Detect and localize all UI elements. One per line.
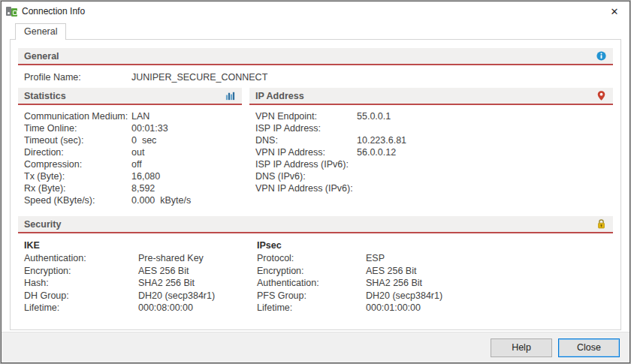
info-row: ISP IP Address (IPv6):	[255, 158, 613, 170]
security-section: Security IKE	[18, 216, 613, 314]
location-pin-icon	[596, 90, 607, 101]
info-row: VPN IP Address (IPv6):	[255, 182, 613, 194]
row-value: off	[131, 158, 142, 170]
tab-general[interactable]: General	[15, 23, 66, 40]
statistics-section-title: Statistics	[24, 91, 66, 101]
row-label: ISP IP Address (IPv6):	[255, 158, 357, 170]
info-row: Hash: SHA2 256 Bit	[24, 277, 257, 290]
row-label: Compression:	[24, 158, 131, 170]
general-rows: Profile Name: JUNIPER_SECURE_CONNECT	[18, 65, 613, 88]
row-label: Time Online:	[24, 122, 131, 134]
info-row: Timeout (sec): 0 sec	[24, 134, 242, 146]
row-label: Encryption:	[24, 265, 138, 278]
info-row: Direction: out	[24, 146, 242, 158]
connection-info-dialog: Connection Info ✕ General General	[1, 1, 630, 363]
info-row: Encryption: AES 256 Bit	[24, 265, 257, 278]
row-value: ESP	[366, 252, 385, 265]
ike-title: IKE	[24, 239, 257, 252]
row-label: Encryption:	[257, 265, 366, 278]
ike-column: IKE Authentication: Pre-shared Key Encry…	[24, 239, 257, 314]
general-section-header: General	[18, 48, 613, 65]
row-value: DH20 (secp384r1)	[366, 290, 442, 302]
row-label: VPN Endpoint:	[255, 110, 357, 122]
ike-rows: Authentication: Pre-shared Key Encryptio…	[24, 252, 257, 314]
app-icon	[6, 7, 17, 17]
ipsec-rows: Protocol: ESP Encryption: AES 256 Bit Au…	[257, 252, 613, 314]
row-value: 0 sec	[131, 134, 156, 146]
info-row: Rx (Byte): 8,592	[24, 182, 242, 194]
row-label: Protocol:	[257, 252, 366, 265]
row-label: Direction:	[24, 146, 131, 158]
row-label: Authentication:	[24, 252, 138, 265]
statistics-rows: Communication Medium: LAN Time Online: 0…	[18, 105, 242, 206]
row-value: 000:01:00:00	[366, 302, 421, 314]
row-value: Pre-shared Key	[138, 252, 204, 265]
row-value: LAN	[131, 110, 149, 122]
row-value: 00:01:33	[131, 122, 168, 134]
ipsec-column: IPsec Protocol: ESP Encryption: AES 256 …	[257, 239, 613, 314]
row-value: AES 256 Bit	[366, 265, 416, 278]
row-label: Timeout (sec):	[24, 134, 131, 146]
info-row: Lifetime: 000:08:00:00	[24, 302, 257, 314]
footer-bar: Help Close	[2, 332, 629, 362]
security-section-title: Security	[24, 219, 61, 230]
ip-address-section-title: IP Address	[255, 91, 304, 101]
help-button[interactable]: Help	[491, 338, 552, 357]
info-row: ISP IP Address:	[255, 122, 613, 134]
info-row: PFS Group: DH20 (secp384r1)	[257, 290, 613, 302]
row-value: 56.0.0.12	[357, 146, 396, 158]
ip-address-section: IP Address VPN Endpoint: 55.0.0.1	[249, 88, 613, 206]
row-label: Hash:	[24, 277, 138, 290]
window-title: Connection Info	[22, 6, 85, 17]
row-value: 8,592	[131, 182, 155, 194]
row-label: Speed (KByte/s):	[24, 194, 131, 206]
row-label: VPN IP Address:	[255, 146, 357, 158]
row-value: AES 256 Bit	[138, 265, 189, 278]
general-section: General Profile Name: JUNIPER_SECURE_CON…	[18, 48, 613, 88]
row-value: 55.0.0.1	[357, 110, 391, 122]
row-value: JUNIPER_SECURE_CONNECT	[131, 71, 267, 83]
row-label: Profile Name:	[24, 71, 131, 83]
row-label: VPN IP Address (IPv6):	[255, 182, 357, 194]
row-label: DH Group:	[24, 290, 138, 302]
row-label: Tx (Byte):	[24, 170, 131, 182]
statistics-section: Statistics Communication Me	[18, 88, 242, 206]
row-label: ISP IP Address:	[255, 122, 357, 134]
title-bar: Connection Info ✕	[2, 2, 629, 21]
close-button[interactable]: Close	[558, 338, 620, 357]
tab-strip: General	[2, 21, 629, 39]
row-value: out	[131, 146, 144, 158]
info-row: Compression: off	[24, 158, 242, 170]
info-row: Speed (KByte/s): 0.000 kByte/s	[24, 194, 242, 206]
info-row: DNS (IPv6):	[255, 170, 613, 182]
info-row: Tx (Byte): 16,080	[24, 170, 242, 182]
info-row: VPN IP Address: 56.0.0.12	[255, 146, 613, 158]
row-value: 16,080	[131, 170, 160, 182]
info-row: VPN Endpoint: 55.0.0.1	[255, 110, 613, 122]
row-label: DNS (IPv6):	[255, 170, 357, 182]
general-section-title: General	[24, 51, 59, 62]
security-section-header: Security	[18, 216, 613, 233]
row-value: SHA2 256 Bit	[366, 277, 422, 290]
row-label: DNS:	[255, 134, 357, 146]
info-row: Communication Medium: LAN	[24, 110, 242, 122]
info-row: DNS: 10.223.6.81	[255, 134, 613, 146]
row-label: Authentication:	[257, 277, 366, 290]
ip-address-section-header: IP Address	[249, 88, 613, 105]
info-row: Encryption: AES 256 Bit	[257, 265, 613, 278]
row-label: Rx (Byte):	[24, 182, 131, 194]
padlock-icon	[596, 218, 607, 230]
bar-chart-icon	[225, 90, 236, 101]
close-icon[interactable]: ✕	[604, 3, 625, 20]
tab-page-general: General Profile Name: JUNIPER_SECURE_CON…	[10, 39, 621, 330]
info-icon	[596, 50, 607, 62]
row-label: PFS Group:	[257, 290, 366, 302]
info-row: Protocol: ESP	[257, 252, 613, 265]
info-row: Authentication: SHA2 256 Bit	[257, 277, 613, 290]
info-row: Time Online: 00:01:33	[24, 122, 242, 134]
info-row: Lifetime: 000:01:00:00	[257, 302, 613, 314]
row-value: 000:08:00:00	[138, 302, 193, 314]
row-value: DH20 (secp384r1)	[138, 290, 215, 302]
info-row: Profile Name: JUNIPER_SECURE_CONNECT	[24, 71, 613, 83]
info-row: DH Group: DH20 (secp384r1)	[24, 290, 257, 302]
